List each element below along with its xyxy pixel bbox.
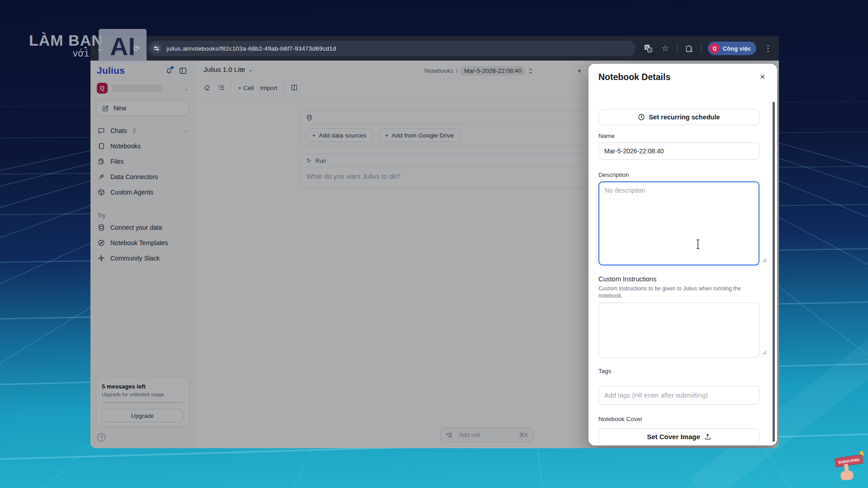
panel-scrollbar[interactable] (773, 102, 775, 442)
notebook-cover-label: Notebook Cover (598, 416, 643, 422)
name-input[interactable] (598, 142, 759, 160)
notebook-details-panel: Notebook Details ✕ Set recurring schedul… (588, 64, 777, 445)
subscribe-button-graphic: SUBSCRIBE (835, 455, 863, 467)
panel-title: Notebook Details (598, 72, 670, 82)
text-cursor-icon (695, 239, 701, 249)
description-textarea[interactable] (598, 181, 759, 265)
custom-instructions-help: Custom instructions to be given to Juliu… (598, 285, 750, 299)
subscribe-sticker: SUBSCRIBE (832, 450, 868, 488)
tags-label: Tags (598, 368, 612, 374)
custom-instructions-label: Custom Instructions (598, 275, 656, 283)
clock-icon (638, 114, 645, 121)
description-label: Description (598, 171, 629, 178)
close-icon[interactable]: ✕ (759, 73, 765, 81)
set-cover-image-button[interactable]: Set Cover Image (598, 428, 759, 445)
schedule-label: Set recurring schedule (649, 114, 720, 121)
forward-icon[interactable]: → (113, 43, 124, 54)
browser-toolbar: ← → ⟳ julius.ai/notebooks/f82c103a-68b2-… (90, 36, 779, 61)
back-icon[interactable]: ← (95, 43, 106, 54)
watermark-text-2: với (72, 48, 90, 59)
video-background: LÀM BẠN với AI ← → ⟳ julius.ai/notebooks… (0, 0, 868, 488)
custom-instructions-textarea[interactable] (598, 303, 759, 358)
resize-handle-icon[interactable] (762, 258, 767, 263)
browser-window: ← → ⟳ julius.ai/notebooks/f82c103a-68b2-… (90, 36, 779, 448)
name-label: Name (598, 133, 615, 139)
resize-handle-icon[interactable] (762, 350, 767, 355)
upload-icon (704, 433, 711, 440)
set-recurring-schedule-button[interactable]: Set recurring schedule (598, 109, 759, 125)
tags-input[interactable] (598, 386, 759, 405)
cover-button-label: Set Cover Image (647, 433, 700, 441)
reload-icon[interactable]: ⟳ (131, 43, 142, 54)
